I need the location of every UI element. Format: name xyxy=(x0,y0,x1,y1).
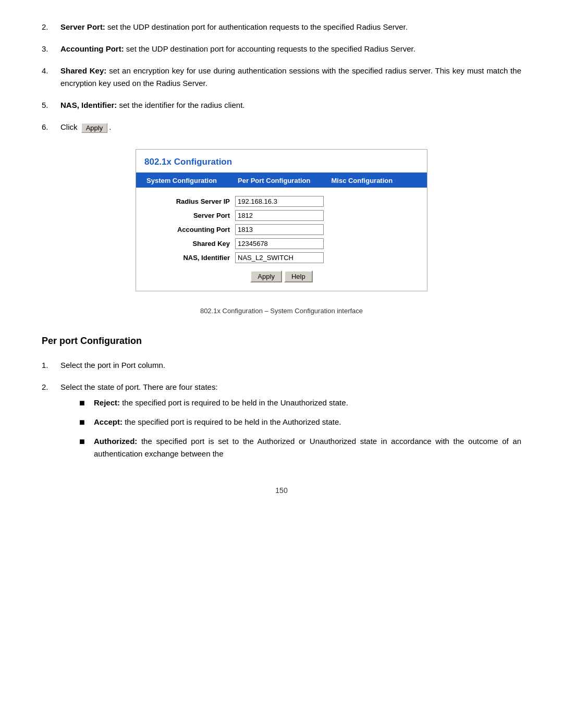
list-num-2: 2. xyxy=(42,21,60,33)
bullet-icon-reject: ■ xyxy=(79,396,94,411)
config-title: 802.1x Configuration xyxy=(136,150,427,174)
list-content-2: Server Port: set the UDP destination por… xyxy=(60,21,521,33)
form-row-server-port: Server Port xyxy=(152,210,411,221)
apply-inline-button[interactable]: Apply xyxy=(81,123,108,133)
list-content-4: Shared Key: set an encryption key for us… xyxy=(60,65,521,90)
list-num-6: 6. xyxy=(42,121,60,133)
list-item-4: 4. Shared Key: set an encryption key for… xyxy=(42,65,521,90)
port-list-item-1: 1. Select the port in Port column. xyxy=(42,359,521,372)
nas-identifier-label: NAS, Identifier xyxy=(152,254,235,262)
list-content-6: Click Apply. xyxy=(60,121,521,133)
state-reject-label: Reject: xyxy=(94,398,120,407)
tab-system-configuration[interactable]: System Configuration xyxy=(136,174,227,188)
list-item-5: 5. NAS, Identifier: set the identifier f… xyxy=(42,99,521,112)
port-list-content-1: Select the port in Port column. xyxy=(60,359,521,372)
accounting-port-input[interactable] xyxy=(235,224,324,235)
server-port-input[interactable] xyxy=(235,210,324,221)
port-list-item-2: 2. Select the state of port. There are f… xyxy=(42,381,521,465)
state-reject: ■ Reject: the specified port is required… xyxy=(79,397,521,411)
list-bold-3: Accounting Port: xyxy=(60,44,124,53)
bullet-icon-accept: ■ xyxy=(79,415,94,430)
tab-per-port-configuration[interactable]: Per Port Configuration xyxy=(227,174,321,188)
list-item-6: 6. Click Apply. xyxy=(42,121,521,133)
list-item-2: 2. Server Port: set the UDP destination … xyxy=(42,21,521,33)
port-list-content-2: Select the state of port. There are four… xyxy=(60,381,521,465)
port-list-num-1: 1. xyxy=(42,359,60,372)
states-list: ■ Reject: the specified port is required… xyxy=(79,397,521,460)
shared-key-input[interactable] xyxy=(235,238,324,249)
apply-button[interactable]: Apply xyxy=(250,270,282,282)
help-button[interactable]: Help xyxy=(284,270,313,282)
form-row-nas-identifier: NAS, Identifier xyxy=(152,252,411,263)
state-accept: ■ Accept: the specified port is required… xyxy=(79,416,521,430)
tab-misc-configuration[interactable]: Misc Configuration xyxy=(321,174,403,188)
nas-identifier-input[interactable] xyxy=(235,252,324,263)
list-content-5: NAS, Identifier: set the identifier for … xyxy=(60,99,521,112)
config-form: Radius Server IP Server Port Accounting … xyxy=(136,196,427,282)
form-row-shared-key: Shared Key xyxy=(152,238,411,249)
list-num-4: 4. xyxy=(42,65,60,90)
section-heading-per-port: Per port Configuration xyxy=(42,336,521,347)
state-authorized-content: Authorized: the specified port is set to… xyxy=(94,435,521,460)
state-authorized-label: Authorized: xyxy=(94,437,137,446)
config-box: 802.1x Configuration System Configuratio… xyxy=(136,149,427,291)
state-reject-content: Reject: the specified port is required t… xyxy=(94,397,521,411)
list-bold-4: Shared Key: xyxy=(60,66,106,75)
state-accept-label: Accept: xyxy=(94,417,123,426)
config-tabs: System Configuration Per Port Configurat… xyxy=(136,174,427,188)
port-list-num-2: 2. xyxy=(42,381,60,465)
form-row-accounting-port: Accounting Port xyxy=(152,224,411,235)
bullet-icon-authorized: ■ xyxy=(79,434,94,460)
config-caption: 802.1x Configuration – System Configurat… xyxy=(42,307,521,315)
list-num-3: 3. xyxy=(42,43,60,55)
shared-key-label: Shared Key xyxy=(152,240,235,248)
server-port-label: Server Port xyxy=(152,212,235,219)
list-num-5: 5. xyxy=(42,99,60,112)
state-accept-content: Accept: the specified port is required t… xyxy=(94,416,521,430)
radius-ip-label: Radius Server IP xyxy=(152,198,235,205)
form-row-radius-ip: Radius Server IP xyxy=(152,196,411,207)
list-content-3: Accounting Port: set the UDP destination… xyxy=(60,43,521,55)
list-bold-2: Server Port: xyxy=(60,22,105,31)
form-buttons: Apply Help xyxy=(152,270,411,282)
page-number: 150 xyxy=(42,486,521,495)
radius-ip-input[interactable] xyxy=(235,196,324,207)
accounting-port-label: Accounting Port xyxy=(152,226,235,233)
state-authorized: ■ Authorized: the specified port is set … xyxy=(79,435,521,460)
list-item-3: 3. Accounting Port: set the UDP destinat… xyxy=(42,43,521,55)
list-bold-5: NAS, Identifier: xyxy=(60,101,117,109)
